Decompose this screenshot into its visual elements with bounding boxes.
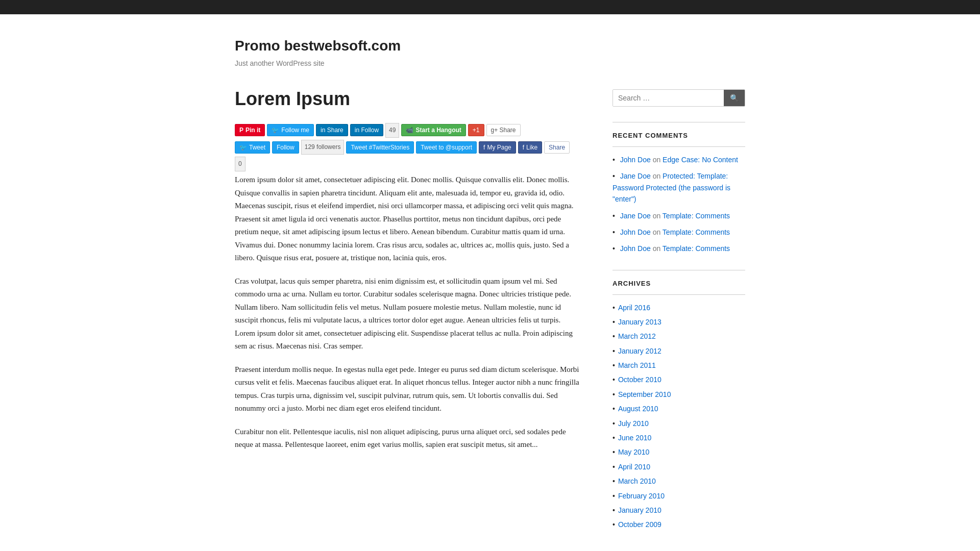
post-paragraph-1: Lorem ipsum dolor sit amet, consectetuer… <box>235 173 582 265</box>
linkedin-follow-button[interactable]: in Follow <box>350 124 383 136</box>
recent-comments-divider <box>612 122 745 122</box>
linkedin-count: 49 <box>385 123 399 138</box>
comment-on-4: on <box>653 228 663 236</box>
archive-link-mar2010[interactable]: March 2010 <box>618 477 656 485</box>
comment-author-2[interactable]: Jane Doe <box>620 172 651 180</box>
archive-item-jun2010: June 2010 <box>612 432 745 443</box>
social-buttons-row2: 🐦 Tweet Follow 129 followers Tweet #Twit… <box>235 140 582 171</box>
twitter-follower-count: 129 followers <box>301 140 345 155</box>
hangout-icon: 📹 <box>406 127 413 134</box>
facebook-share-button[interactable]: Share <box>544 141 570 154</box>
archive-link-apr2010[interactable]: April 2010 <box>618 463 650 471</box>
archive-link-jun2010[interactable]: June 2010 <box>618 434 651 442</box>
archive-link-jul2010[interactable]: July 2010 <box>618 419 649 428</box>
fb-share-label: Share <box>549 144 565 151</box>
archive-item-mar2010: March 2010 <box>612 475 745 487</box>
archive-link-oct2010[interactable]: October 2010 <box>618 375 662 384</box>
social-buttons-row1: P Pin it 🐦 Follow me in Share in Follow … <box>235 123 582 138</box>
archive-item-jan2012: January 2012 <box>612 345 745 357</box>
linkedin-follow-label: in Follow <box>355 127 379 134</box>
twitter-follow-button[interactable]: Follow <box>272 141 299 154</box>
comment-link-3[interactable]: Template: Comments <box>663 212 730 220</box>
archive-link-aug2010[interactable]: August 2010 <box>618 405 658 413</box>
search-button[interactable]: 🔍 <box>724 90 745 106</box>
post-paragraph-2: Cras volutpat, lacus quis semper pharetr… <box>235 275 582 353</box>
comment-link-1[interactable]: Edge Case: No Content <box>663 156 738 164</box>
archive-item-oct2010: October 2010 <box>612 374 745 385</box>
linkedin-share-button[interactable]: in Share <box>316 124 348 136</box>
archive-item-jan2013: January 2013 <box>612 316 745 328</box>
archive-link-oct2009[interactable]: October 2009 <box>618 520 662 529</box>
archive-item-jan2010: January 2010 <box>612 505 745 516</box>
archive-link-april2016[interactable]: April 2016 <box>618 304 650 312</box>
search-form: 🔍 <box>612 89 745 107</box>
site-tagline: Just another WordPress site <box>235 58 847 69</box>
fb-like-icon: f <box>523 144 524 151</box>
google-plus-button[interactable]: +1 <box>468 124 484 136</box>
tweet-label: Tweet <box>249 144 265 151</box>
twitter-support-label: Tweet to @support <box>421 144 472 151</box>
comment-item-4: John Doe on Template: Comments <box>612 227 745 238</box>
archive-link-jan2012[interactable]: January 2012 <box>618 347 662 355</box>
comment-author-4[interactable]: John Doe <box>620 228 651 236</box>
main-content: Lorem Ipsum P Pin it 🐦 Follow me in Shar… <box>235 84 582 546</box>
twitter-follow-label: Follow <box>277 144 295 151</box>
recent-comments-title: RECENT COMMENTS <box>612 131 745 147</box>
comment-link-5[interactable]: Template: Comments <box>663 244 730 253</box>
facebook-share-count: 0 <box>235 157 246 171</box>
archive-link-march2012[interactable]: March 2012 <box>618 332 656 340</box>
sidebar-search: 🔍 <box>612 89 745 107</box>
post-title: Lorem Ipsum <box>235 84 582 114</box>
search-icon: 🔍 <box>730 94 739 102</box>
twitter-support-button[interactable]: Tweet to @support <box>416 141 477 154</box>
archive-item-may2010: May 2010 <box>612 446 745 458</box>
archives-title: ARCHIVES <box>612 279 745 295</box>
comment-item-1: John Doe on Edge Case: No Content <box>612 154 745 165</box>
hangout-label: Start a Hangout <box>415 127 461 134</box>
archive-link-may2010[interactable]: May 2010 <box>618 448 649 456</box>
comment-author-1[interactable]: John Doe <box>620 156 651 164</box>
facebook-page-button[interactable]: f My Page <box>479 141 516 154</box>
facebook-like-button[interactable]: f Like <box>518 141 542 154</box>
twitter-follow-me-button[interactable]: 🐦 Follow me <box>267 124 314 136</box>
comment-on-3: on <box>653 212 663 220</box>
linkedin-share-label: in Share <box>321 127 344 134</box>
archive-item-aug2010: August 2010 <box>612 403 745 414</box>
search-input[interactable] <box>613 90 724 106</box>
archive-link-jan2010[interactable]: January 2010 <box>618 506 662 514</box>
fb-page-icon: f <box>483 144 485 151</box>
archive-link-march2011[interactable]: March 2011 <box>618 361 656 369</box>
fb-like-label: Like <box>526 144 537 151</box>
archive-item-jul2010: July 2010 <box>612 418 745 429</box>
archive-item-april2016: April 2016 <box>612 302 745 313</box>
pinterest-button[interactable]: P Pin it <box>235 124 265 136</box>
comment-on-1: on <box>653 156 663 164</box>
tweet-icon: 🐦 <box>239 144 247 151</box>
archive-item-oct2009: October 2009 <box>612 519 745 530</box>
archive-item-march2011: March 2011 <box>612 360 745 371</box>
comment-item-2: Jane Doe on Protected: Template: Passwor… <box>612 170 745 205</box>
top-bar <box>0 0 980 14</box>
archive-link-sep2010[interactable]: September 2010 <box>618 390 671 398</box>
comment-link-4[interactable]: Template: Comments <box>663 228 730 236</box>
comment-item-3: Jane Doe on Template: Comments <box>612 210 745 221</box>
fb-page-label: My Page <box>487 144 511 151</box>
hangout-button[interactable]: 📹 Start a Hangout <box>401 124 465 136</box>
google-share-button[interactable]: g+ Share <box>486 124 521 136</box>
site-header: Promo bestwebsoft.com Just another WordP… <box>133 14 847 84</box>
sidebar: 🔍 RECENT COMMENTS John Doe on Edge Case:… <box>612 84 745 546</box>
g1-label: +1 <box>473 127 480 134</box>
archive-link-jan2013[interactable]: January 2013 <box>618 318 662 326</box>
archive-link-feb2010[interactable]: February 2010 <box>618 492 665 500</box>
comment-author-5[interactable]: John Doe <box>620 244 651 253</box>
twitter-icon: 🐦 <box>272 127 279 134</box>
pinterest-label: Pin it <box>246 127 260 134</box>
comment-author-3[interactable]: Jane Doe <box>620 212 651 220</box>
g-share-label: g+ Share <box>491 127 516 134</box>
twitter-hashtag-button[interactable]: Tweet #TwitterStories <box>346 141 414 154</box>
tweet-button[interactable]: 🐦 Tweet <box>235 141 270 154</box>
comment-on-2: on <box>653 172 663 180</box>
pin-icon: P <box>239 127 243 134</box>
archive-list: April 2016 January 2013 March 2012 Janua… <box>612 302 745 531</box>
archive-item-march2012: March 2012 <box>612 331 745 342</box>
